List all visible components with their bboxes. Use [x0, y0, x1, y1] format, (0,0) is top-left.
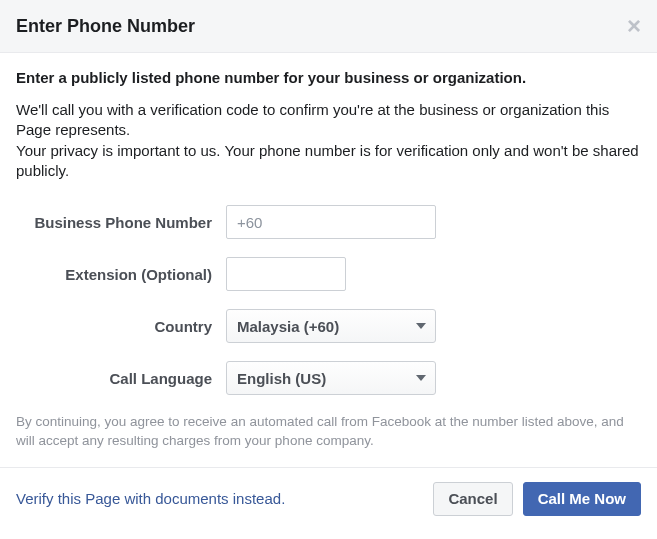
intro-heading: Enter a publicly listed phone number for… — [16, 69, 641, 86]
call-me-now-button[interactable]: Call Me Now — [523, 482, 641, 516]
language-row: Call Language English (US) — [16, 361, 641, 395]
disclaimer-text: By continuing, you agree to receive an a… — [16, 413, 641, 451]
country-label: Country — [16, 318, 226, 335]
language-select[interactable]: English (US) — [226, 361, 436, 395]
country-row: Country Malaysia (+60) — [16, 309, 641, 343]
intro-description: We'll call you with a verification code … — [16, 100, 641, 181]
close-icon[interactable]: × — [627, 14, 641, 38]
dialog-title: Enter Phone Number — [16, 16, 195, 37]
intro-line-2: Your privacy is important to us. Your ph… — [16, 142, 639, 179]
language-value: English (US) — [237, 370, 326, 387]
intro-line-1: We'll call you with a verification code … — [16, 101, 609, 138]
phone-input[interactable] — [226, 205, 436, 239]
extension-label: Extension (Optional) — [16, 266, 226, 283]
phone-label: Business Phone Number — [16, 214, 226, 231]
dialog-body: Enter a publicly listed phone number for… — [0, 53, 657, 467]
language-label: Call Language — [16, 370, 226, 387]
dialog-footer: Verify this Page with documents instead.… — [0, 467, 657, 530]
phone-row: Business Phone Number — [16, 205, 641, 239]
country-value: Malaysia (+60) — [237, 318, 339, 335]
country-select[interactable]: Malaysia (+60) — [226, 309, 436, 343]
extension-input[interactable] — [226, 257, 346, 291]
dialog-header: Enter Phone Number × — [0, 0, 657, 53]
cancel-button[interactable]: Cancel — [433, 482, 512, 516]
verify-documents-link[interactable]: Verify this Page with documents instead. — [16, 490, 285, 507]
extension-row: Extension (Optional) — [16, 257, 641, 291]
